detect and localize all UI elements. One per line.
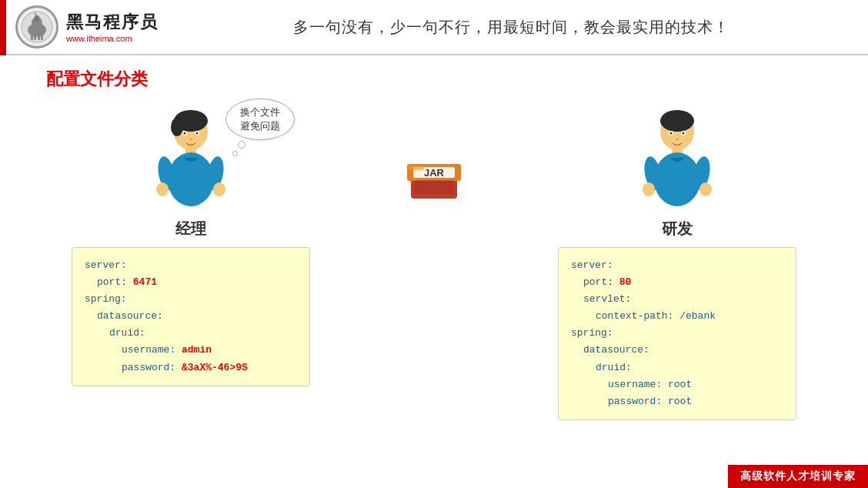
right-person-label: 研发: [662, 219, 693, 239]
header: 黑马程序员 www.itheima.com 多一句没有，少一句不行，用最短时间，…: [0, 0, 868, 55]
code-line-druid: druid:: [85, 325, 297, 342]
r-code-line-password: password: root: [571, 393, 783, 410]
logo-subtitle: www.itheima.com: [66, 34, 159, 43]
svg-point-16: [196, 132, 199, 135]
svg-point-8: [35, 15, 39, 22]
code-line-password: password: &3aX%-46>9S: [85, 359, 297, 376]
code-line-username: username: admin: [85, 342, 297, 359]
left-person-avatar: [152, 110, 229, 210]
svg-point-12: [171, 118, 183, 136]
right-avatar: [635, 106, 719, 214]
main-content: 换个文件 避免问题: [0, 99, 868, 420]
right-code-box: server: port: 80 servlet: context-path: …: [558, 247, 796, 420]
r-code-line-server: server:: [571, 257, 783, 274]
logo-text-area: 黑马程序员 www.itheima.com: [66, 11, 159, 43]
r-code-line-datasource: datasource:: [571, 342, 783, 359]
left-code-box: server: port: 6471 spring: datasource: d…: [72, 247, 310, 386]
svg-point-35: [683, 132, 685, 135]
svg-point-31: [660, 110, 694, 132]
code-line-port: port: 6471: [85, 274, 297, 291]
svg-point-22: [156, 182, 169, 196]
svg-point-15: [184, 132, 186, 135]
r-code-line-context: context-path: /ebank: [571, 308, 783, 325]
svg-point-41: [643, 182, 655, 196]
red-bar-accent: [0, 0, 6, 55]
footer-label: 高级软件人才培训专家: [728, 465, 868, 488]
svg-rect-28: [415, 180, 453, 194]
left-avatar: [149, 106, 233, 214]
svg-point-17: [189, 139, 192, 141]
svg-text:JAR: JAR: [424, 167, 445, 179]
code-line-server: server:: [85, 257, 297, 274]
logo-circle: [15, 5, 58, 48]
svg-rect-7: [41, 35, 43, 40]
svg-rect-5: [34, 35, 36, 40]
svg-point-42: [699, 182, 712, 196]
right-person-figure: [635, 106, 719, 214]
r-code-line-port: port: 80: [571, 274, 783, 291]
r-code-line-druid: druid:: [571, 359, 783, 376]
page-title: 配置文件分类: [46, 68, 868, 91]
jar-icon: JAR: [399, 137, 469, 206]
code-line-datasource: datasource:: [85, 308, 297, 325]
logo-area: 黑马程序员 www.itheima.com: [15, 5, 169, 48]
svg-point-36: [676, 139, 679, 141]
logo-title: 黑马程序员: [66, 11, 159, 34]
right-person-section: 研发 server: port: 80 servlet: context-pat…: [554, 106, 800, 420]
thought-bubble: 换个文件 避免问题: [225, 99, 295, 140]
left-person-section: 换个文件 避免问题: [68, 106, 314, 386]
header-slogan: 多一句没有，少一句不行，用最短时间，教会最实用的技术！: [169, 17, 853, 38]
r-code-line-spring: spring:: [571, 325, 783, 342]
r-code-line-username: username: root: [571, 376, 783, 393]
left-person-label: 经理: [175, 219, 206, 239]
code-line-spring: spring:: [85, 291, 297, 308]
r-code-line-servlet: servlet:: [571, 291, 783, 308]
svg-rect-6: [38, 35, 40, 40]
right-person-avatar: [639, 110, 716, 210]
svg-point-34: [670, 132, 673, 135]
svg-point-23: [213, 182, 225, 196]
svg-rect-4: [31, 35, 33, 40]
left-person-figure: 换个文件 避免问题: [149, 106, 233, 214]
jar-section: JAR: [388, 106, 480, 206]
svg-rect-29: [409, 165, 424, 170]
logo-icon: [20, 10, 54, 44]
